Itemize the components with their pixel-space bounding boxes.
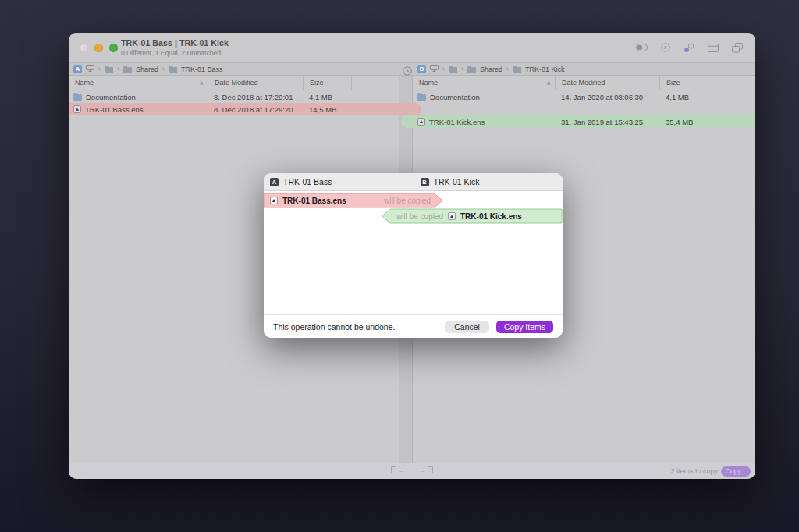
file-row-documentation[interactable]: Documentation 14. Jan 2020 at 08:06:30 4… [413, 90, 755, 103]
zoom-button[interactable] [109, 44, 118, 52]
folder-icon[interactable] [123, 67, 132, 73]
chevron-separator: › [117, 66, 119, 73]
chevron-separator: › [98, 66, 101, 73]
file-date: 31. Jan 2019 at 15:43:25 [555, 118, 659, 126]
file-row-bass-ens[interactable]: TRK-01 Bass.ens 8. Dec 2018 at 17:29:20 … [69, 103, 399, 115]
file-name: Documentation [430, 93, 480, 101]
copy-left-icon[interactable]: ← [419, 466, 433, 474]
sort-ascending-icon: ∧ [547, 80, 552, 87]
list-header: Name ∧ Date Modified Size [69, 76, 399, 90]
folder-icon[interactable] [449, 67, 457, 73]
copy-item-status: will be copied [384, 193, 431, 208]
column-name[interactable]: Name ∧ [413, 76, 555, 90]
toolbar [636, 42, 743, 53]
chevron-separator: › [506, 66, 509, 73]
file-size: 4,1 MB [659, 93, 716, 101]
side-b-badge: B [421, 178, 429, 186]
ens-file-icon [417, 118, 425, 126]
dialog-header: A TRK-01 Bass B TRK-01 Kick [264, 173, 563, 191]
window-icon[interactable] [708, 44, 719, 52]
chevron-separator: › [442, 66, 445, 73]
file-date: 8. Dec 2018 at 17:29:20 [208, 105, 303, 114]
breadcrumb-shared[interactable]: Shared [136, 66, 158, 73]
comparison-summary: 0 Different, 1 Equal, 2 Unmatched [121, 49, 229, 57]
side-a-badge: A [270, 178, 279, 186]
copy-item-row-bass[interactable]: TRK-01 Bass.ens will be copied [264, 193, 443, 208]
file-row-documentation[interactable]: Documentation 8. Dec 2018 at 17:29:01 4,… [69, 90, 399, 103]
toggle-icon[interactable] [636, 44, 648, 51]
file-list: Documentation 14. Jan 2020 at 08:06:30 4… [413, 90, 755, 128]
titlebar: TRK-01 Bass | TRK-01 Kick 0 Different, 1… [69, 33, 755, 62]
ens-file-icon [270, 197, 278, 204]
column-date-modified[interactable]: Date Modified [208, 76, 303, 90]
breadcrumb-current-folder[interactable]: TRK-01 Kick [525, 66, 565, 73]
copy-confirmation-dialog: A TRK-01 Bass B TRK-01 Kick TRK-01 Bass.… [264, 173, 563, 338]
close-button[interactable] [80, 44, 88, 52]
dialog-column-a-label: TRK-01 Bass [283, 177, 332, 186]
dialog-column-a: A TRK-01 Bass [264, 173, 414, 190]
undo-warning-text: This operation cannot be undone. [273, 322, 395, 332]
computer-icon[interactable] [430, 65, 439, 73]
folder-icon [417, 94, 426, 101]
dialog-column-b: B TRK-01 Kick [414, 173, 563, 190]
ens-file-icon [73, 105, 81, 113]
column-name[interactable]: Name ∧ [69, 76, 208, 90]
traffic-lights [80, 44, 118, 52]
file-date: 8. Dec 2018 at 17:29:01 [208, 93, 303, 101]
folder-icon[interactable] [105, 67, 113, 73]
breadcrumb-current-folder[interactable]: TRK-01 Bass [181, 66, 223, 73]
folder-icon[interactable] [467, 67, 476, 73]
status-bar: → ← 2 items to copy Copy... [69, 463, 755, 479]
folder-icon[interactable] [513, 67, 521, 73]
breadcrumb-left: A › › Shared › TRK-01 Bass [73, 65, 223, 73]
side-a-badge: A [73, 65, 82, 73]
file-name: Documentation [86, 93, 136, 101]
file-name: TRK-01 Kick.ens [429, 118, 485, 126]
x-circle-icon[interactable] [661, 43, 670, 52]
path-bars: A › › Shared › TRK-01 Bass B › › Share [69, 62, 755, 76]
column-spacer [351, 76, 399, 90]
copy-direction-controls: → ← [391, 466, 433, 474]
column-spacer [716, 76, 755, 90]
copy-folders-icon[interactable] [732, 43, 743, 53]
file-size: 14,5 MB [303, 105, 351, 114]
column-size[interactable]: Size [303, 76, 351, 90]
list-header: Name ∧ Date Modified Size [413, 76, 755, 90]
minimize-button[interactable] [94, 44, 103, 52]
file-date: 14. Jan 2020 at 08:06:30 [555, 93, 659, 101]
copy-right-icon[interactable]: → [391, 466, 405, 474]
dialog-footer: This operation cannot be undone. Cancel … [264, 314, 563, 338]
link-icon[interactable] [684, 43, 694, 53]
copy-items-button[interactable]: Copy Items [496, 321, 553, 333]
computer-icon[interactable] [86, 65, 94, 73]
folder-icon [73, 94, 82, 101]
chevron-separator: › [461, 66, 463, 73]
file-size: 35,4 MB [659, 118, 716, 126]
chevron-separator: › [162, 66, 165, 73]
file-row-kick-ens[interactable]: TRK-01 Kick.ens 31. Jan 2019 at 15:43:25… [413, 115, 755, 128]
sort-ascending-icon: ∧ [200, 80, 204, 87]
file-size: 4,1 MB [303, 93, 351, 101]
title-block: TRK-01 Bass | TRK-01 Kick 0 Different, 1… [121, 38, 229, 57]
column-size[interactable]: Size [659, 76, 716, 90]
copy-item-row-kick[interactable]: will be copied TRK-01 Kick.ens [381, 208, 563, 224]
file-name: TRK-01 Bass.ens [85, 105, 143, 114]
side-b-badge: B [417, 65, 426, 73]
dialog-buttons: Cancel Copy Items [445, 321, 553, 333]
column-date-modified[interactable]: Date Modified [555, 76, 659, 90]
file-list: Documentation 8. Dec 2018 at 17:29:01 4,… [69, 90, 399, 115]
file-row-spacer [413, 103, 755, 115]
dialog-column-b-label: TRK-01 Kick [434, 177, 480, 186]
folder-icon[interactable] [169, 67, 177, 73]
copy-button[interactable]: Copy... [721, 466, 751, 477]
copy-item-filename: TRK-01 Kick.ens [460, 212, 522, 221]
cancel-button[interactable]: Cancel [445, 321, 489, 333]
breadcrumb-shared[interactable]: Shared [480, 66, 502, 73]
items-to-copy-count: 2 items to copy [670, 467, 718, 475]
window-title: TRK-01 Bass | TRK-01 Kick [121, 38, 229, 48]
ens-file-icon [448, 212, 456, 220]
breadcrumb-right: B › › Shared › TRK-01 Kick [417, 65, 565, 73]
copy-item-status: will be copied [396, 208, 443, 224]
copy-item-filename: TRK-01 Bass.ens [282, 197, 346, 205]
